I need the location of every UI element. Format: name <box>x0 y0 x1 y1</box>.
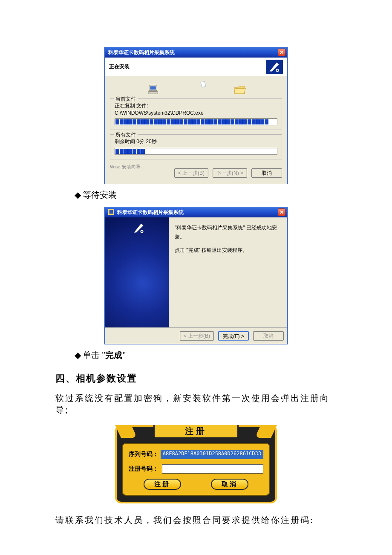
paper-icon <box>199 81 207 90</box>
copying-label: 正在复制 文件: <box>115 102 277 110</box>
regno-input[interactable] <box>162 464 263 474</box>
svg-rect-3 <box>150 86 156 90</box>
back-button[interactable]: < 上一步(B) <box>180 331 214 341</box>
dialog-title: 注册 <box>153 425 239 439</box>
window-titlebar[interactable]: 科泰华证卡数码相片采集系统 ✕ <box>105 207 287 217</box>
copy-animation <box>110 79 282 97</box>
finish-button[interactable]: 完成(F) > <box>218 331 249 341</box>
svg-point-8 <box>141 231 143 232</box>
finish-message-pane: "科泰华证卡数码相片采集系统" 已经成功地安装。 点击 "完成" 按钮退出安装程… <box>169 217 287 327</box>
svg-point-1 <box>277 69 278 71</box>
close-icon[interactable]: ✕ <box>278 49 285 56</box>
register-button[interactable]: 注册 <box>144 479 181 490</box>
wizard-brand: Wise 安装向导 <box>110 164 282 170</box>
section-4-heading: 四、相机参数设置 <box>55 372 337 385</box>
folder-icon <box>233 84 246 97</box>
registration-dialog: 注册 序列号码： A8F8A2DE18A0301D258A0D262861CD3… <box>115 425 277 503</box>
window-title: 科泰华证卡数码相片采集系统 <box>108 49 175 56</box>
paragraph-1: 软过系统没有配置加密狗，新安装软件第一次使用会弹出注册向导; <box>55 393 337 416</box>
time-remaining: 剩余时间 0分 20秒 <box>115 138 277 145</box>
finish-line-2: 点击 "完成" 按钮退出安装程序。 <box>175 246 281 255</box>
app-logo-icon <box>266 60 283 74</box>
overall-progress <box>115 148 277 155</box>
installer-heading: 正在安装 <box>109 63 130 70</box>
current-file-progress <box>115 119 277 125</box>
installer-header: 正在安装 <box>105 58 287 76</box>
copying-path: C:\WINDOWS\system32\CDPROC.exe <box>115 110 277 116</box>
doc-bullet-finish: ◆单击 "完成" <box>75 350 337 361</box>
regno-label: 注册号码： <box>129 465 162 473</box>
window-title: 科泰华证卡数码相片采集系统 <box>108 209 184 216</box>
group-legend: 所有文件 <box>114 131 138 139</box>
group-legend: 当前文件 <box>114 95 138 103</box>
computer-icon <box>147 83 160 97</box>
cancel-button[interactable]: 取消 <box>211 479 248 490</box>
current-file-group: 当前文件 正在复制 文件: C:\WINDOWS\system32\CDPROC… <box>110 98 282 130</box>
app-logo-icon <box>130 221 147 235</box>
serial-label: 序列号码： <box>129 451 161 458</box>
doc-bullet-wait: ◆等待安装 <box>75 189 337 201</box>
close-icon[interactable]: ✕ <box>278 208 285 216</box>
paragraph-2: 请联系我们技术人员，我们会按照合同要求提供给你注册码: <box>55 515 337 526</box>
installer-finish-window: 科泰华证卡数码相片采集系统 ✕ "科泰华证卡数码相片采集系统" 已经成功地安装。… <box>104 207 288 344</box>
svg-rect-6 <box>110 210 113 214</box>
window-titlebar[interactable]: 科泰华证卡数码相片采集系统 ✕ <box>105 47 287 58</box>
cancel-button[interactable]: 取消 <box>253 331 284 341</box>
serial-input[interactable]: A8F8A2DE18A0301D258A0D262861CD33 <box>161 450 263 459</box>
svg-rect-4 <box>148 92 158 94</box>
all-files-group: 所有文件 剩余时间 0分 20秒 <box>110 134 282 159</box>
finish-side-panel <box>105 217 169 327</box>
finish-line-1: "科泰华证卡数码相片采集系统" 已经成功地安装。 <box>175 223 281 242</box>
installer-progress-window: 科泰华证卡数码相片采集系统 ✕ 正在安装 当前文件 <box>104 47 288 184</box>
